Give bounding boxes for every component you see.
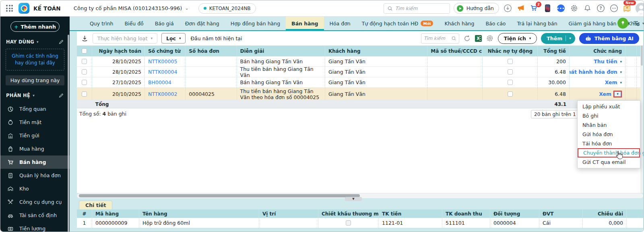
tab-khach-hang[interactable]: Khách hàng: [439, 17, 480, 30]
doc-link[interactable]: BH00004: [148, 79, 171, 85]
action-link[interactable]: Thu tiền: [594, 58, 617, 64]
period-label[interactable]: Đầu năm tới hiện tại: [190, 35, 242, 41]
detail-tab-chi-tiet[interactable]: Chi tiết: [79, 201, 112, 209]
doc-link[interactable]: NTTK00005: [148, 58, 177, 64]
sidebar-item-kho[interactable]: Kho: [0, 182, 70, 195]
notifications-button[interactable]: [582, 4, 592, 13]
col-tong-tien[interactable]: Tổng tiề: [538, 46, 570, 56]
grid-horizontal-scrollbar-thumb[interactable]: [79, 194, 360, 197]
table-row[interactable]: 28/10/2025 NTTK00004 Thu tiền bán hàng G…: [77, 67, 643, 77]
avatar[interactable]: [636, 3, 644, 14]
app-launcher-icon[interactable]: [6, 5, 13, 12]
guide-button[interactable]: Hướng dẫn: [454, 3, 499, 14]
sidebar-item-tien-gui[interactable]: Tiền gửi: [0, 129, 70, 142]
dcol-vi-tri[interactable]: Vị trí: [259, 209, 318, 218]
messenger-button[interactable]: •••: [556, 4, 566, 13]
row-checkbox[interactable]: [82, 80, 87, 85]
col-so-chung-tu[interactable]: Số chứng từ: [145, 46, 186, 56]
menu-item-gui-ct-qua-email[interactable]: Gửi CT qua email: [578, 157, 640, 167]
utilities-button[interactable]: Tiện ích▾: [498, 33, 537, 44]
action-caret-icon[interactable]: ▾: [620, 70, 622, 74]
dcol-ma-hang[interactable]: Mã hàng: [92, 209, 139, 218]
filter-button[interactable]: Lọc▾: [161, 33, 186, 44]
menu-item-bo-ghi[interactable]: Bỏ ghi: [578, 111, 640, 120]
menu-item-chuyen-thanh-hoa-don-giay[interactable]: Chuyển thành hóa đơn giấy: [578, 148, 640, 157]
table-row[interactable]: 28/10/2025 NTTK00005 Bán hàng Giang Tấn …: [77, 56, 643, 67]
add-with-ai-button[interactable]: Thêm bằng AI: [579, 33, 639, 44]
table-row[interactable]: 27/10/2025 BH00004 Bán hàng Giang Tấn Vă…: [77, 77, 643, 88]
row-checkbox[interactable]: [82, 91, 87, 97]
tab-hop-dong-ban-hang[interactable]: Hợp đồng bán hàng: [225, 17, 286, 30]
col-nhac-no[interactable]: Nhắc nợ tự động: [483, 46, 538, 56]
sidebar-item-quan-ly-hoa-don[interactable]: Quản lý hóa đơn: [0, 169, 70, 182]
dcol-chieu-dai[interactable]: Chiều dài: [583, 209, 627, 218]
export-icon[interactable]: [81, 35, 89, 42]
menu-item-lap-phieu-xuat[interactable]: Lập phiếu xuất: [578, 102, 640, 111]
col-ngay-hach-toan[interactable]: Ngày hạch toán: [92, 46, 145, 56]
sidebar-item-tong-quan[interactable]: Tổng quan: [0, 102, 70, 116]
excel-export-icon[interactable]: X: [475, 35, 482, 42]
row-checkbox[interactable]: [82, 59, 87, 64]
modules-section-header[interactable]: PHÂN HỆ ▾: [6, 93, 64, 98]
settings-button[interactable]: [569, 4, 579, 13]
discount-checkbox[interactable]: [346, 220, 351, 226]
tab-tu-dong-hach-toan[interactable]: Tự động hạch toán HĐMới: [356, 17, 439, 30]
action-link[interactable]: Xem: [605, 79, 617, 85]
action-caret-icon[interactable]: ▾: [620, 60, 622, 64]
mobile-app-button[interactable]: [543, 4, 552, 13]
dcol-tk-tien[interactable]: TK tiền: [379, 209, 442, 218]
reminder-checkbox[interactable]: [508, 91, 513, 97]
col-khach-hang[interactable]: Khách hàng: [325, 46, 427, 56]
action-caret-icon[interactable]: ▾: [620, 81, 622, 85]
tab-tra-lai-hang-ban[interactable]: Trả lại hàng bán: [512, 17, 563, 30]
view-settings-icon[interactable]: [632, 19, 640, 27]
col-ma-so-thue[interactable]: Mã số thuế/CCCD chủ hộ: [427, 46, 483, 56]
frequent-page-button[interactable]: Hay dùng trang này: [6, 75, 64, 85]
pin-hint-box[interactable]: Ghim các tính năng hay dùng tại đây: [6, 49, 64, 70]
col-so-hoa-don[interactable]: Số hóa đơn: [186, 46, 237, 56]
grid-search-input[interactable]: Tìm kiếm: [421, 33, 459, 44]
gear-icon[interactable]: [486, 34, 494, 42]
sidebar-item-ban-hang[interactable]: Bán hàng: [0, 155, 70, 169]
menu-item-gui-hoa-don[interactable]: Gửi hóa đơn: [578, 130, 640, 139]
dcol-dvt[interactable]: ĐVT: [539, 209, 583, 218]
quick-add-button[interactable]: + Thêm nhanh: [10, 21, 60, 32]
refresh-icon[interactable]: [463, 35, 471, 42]
shop-button[interactable]: 2: [529, 4, 539, 13]
sidebar-item-mua-hang[interactable]: Mua hàng: [0, 142, 70, 155]
col-dien-giai[interactable]: Diễn giải: [237, 46, 325, 56]
reminder-checkbox[interactable]: [508, 59, 513, 64]
more-button[interactable]: [609, 4, 619, 13]
tab-quy-trinh[interactable]: Quy trình: [84, 17, 119, 30]
detail-collapse-handle[interactable]: ▼: [345, 197, 362, 201]
grid-vertical-scrollbar[interactable]: [640, 46, 643, 193]
announcement-button[interactable]: [516, 4, 526, 13]
row-checkbox[interactable]: [82, 69, 87, 75]
sidebar-scrollbar[interactable]: [68, 35, 69, 232]
action-caret-button-highlighted[interactable]: ▾: [613, 91, 622, 97]
roadmap-button[interactable]: New: [622, 4, 632, 13]
add-button[interactable]: Thêm▾: [541, 33, 575, 44]
tab-hoa-don[interactable]: Hóa đơn: [324, 17, 356, 30]
global-search-input[interactable]: Tìm kiếm: [384, 3, 450, 14]
edit-pencil-icon[interactable]: [58, 39, 64, 45]
dcol-doi-tuong[interactable]: Đối tượng: [490, 209, 539, 218]
sidebar-item-tai-san-co-dinh[interactable]: Tài sản cố định: [0, 209, 70, 222]
favorites-section-header[interactable]: HAY DÙNG ▾: [6, 39, 64, 45]
sidebar-item-tien-mat[interactable]: Tiền mặt: [0, 116, 70, 129]
batch-action-button[interactable]: Thực hiện hàng loạt▾: [93, 33, 157, 44]
col-chuc-nang[interactable]: Chức năng: [570, 46, 625, 56]
reminder-checkbox[interactable]: [508, 69, 513, 75]
reminder-checkbox[interactable]: [508, 80, 513, 85]
menu-item-tai-hoa-don[interactable]: Tải hóa đơn: [578, 139, 640, 148]
tab-ban-hang[interactable]: Bán hàng: [286, 17, 324, 30]
action-link[interactable]: Xem: [599, 91, 611, 97]
tab-bieu-do[interactable]: Biểu đồ: [119, 17, 149, 30]
edit-pencil-icon[interactable]: [58, 93, 64, 98]
download-button[interactable]: [503, 4, 512, 13]
doc-link[interactable]: NTTK00004: [148, 69, 177, 75]
dcol-tk-doanh-thu[interactable]: TK doanh thu: [442, 209, 490, 218]
workspace-pill[interactable]: KETOAN_2024NB: [198, 3, 256, 14]
help-button[interactable]: ?: [596, 4, 605, 13]
tips-button[interactable]: [617, 18, 628, 29]
